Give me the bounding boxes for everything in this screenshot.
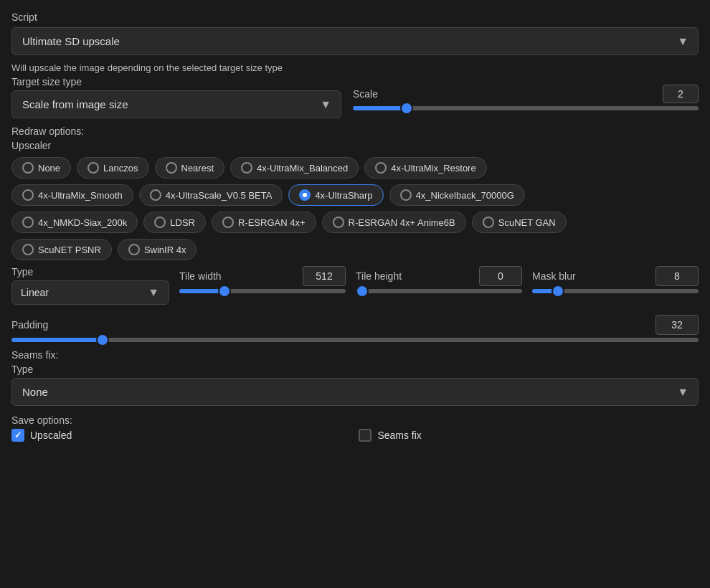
seams-type-dropdown[interactable]: NoneHalf tile offset passHalf tile offse… — [11, 378, 699, 406]
radio-dot-r-esrgan — [222, 217, 234, 228]
mask-blur-label: Mask blur — [532, 270, 576, 282]
tile-height-group: Tile height 0 — [356, 266, 522, 293]
upscaled-label: Upscaled — [30, 430, 72, 441]
upscaler-4x-ultrasharp[interactable]: 4x-UltraSharp — [288, 184, 383, 206]
padding-label: Padding — [11, 319, 48, 331]
script-section: Script Ultimate SD upscaleNoneX/Y/Z plot… — [11, 11, 699, 55]
type-tiles-row: Type LinearChessNone ▼ Tile width 512 Ti… — [11, 266, 699, 305]
seams-fix-checkbox-item[interactable]: Seams fix — [359, 429, 421, 442]
upscaler-4x-nickelback-label: 4x_Nickelback_70000G — [416, 190, 514, 201]
save-options-label: Save options: — [11, 414, 699, 426]
seams-fix-label: Seams fix: — [11, 349, 699, 361]
target-size-dropdown-wrapper: Scale from image sizeCustom sizeScale fr… — [11, 90, 341, 118]
redraw-options-label: Redraw options: — [11, 125, 699, 137]
tile-height-value: 0 — [479, 266, 522, 286]
upscaled-checkbox-item[interactable]: Upscaled — [11, 429, 72, 442]
upscaler-4x-balanced[interactable]: 4x-UltraMix_Balanced — [230, 157, 359, 179]
script-dropdown[interactable]: Ultimate SD upscaleNoneX/Y/Z plot — [11, 27, 699, 55]
scale-value: 2 — [663, 85, 699, 103]
seams-type-dropdown-wrapper: NoneHalf tile offset passHalf tile offse… — [11, 378, 699, 406]
upscaler-4x-ultrasharp-label: 4x-UltraSharp — [315, 190, 372, 201]
scale-group: Scale 2 — [353, 85, 699, 110]
radio-dot-4x-ultrascale — [150, 189, 161, 201]
upscaler-r-esrgan-anime[interactable]: R-ESRGAN 4x+ Anime6B — [322, 212, 466, 233]
upscaler-4x-smooth[interactable]: 4x-UltraMix_Smooth — [11, 184, 133, 206]
upscaler-swinir-4x[interactable]: SwinIR 4x — [118, 239, 197, 260]
radio-dot-lanczos — [87, 162, 99, 174]
upscaler-swinir-4x-label: SwinIR 4x — [144, 245, 186, 255]
padding-slider[interactable] — [11, 338, 699, 342]
upscaler-scunet-psnr[interactable]: ScuNET PSNR — [11, 239, 112, 260]
radio-dot-scunet-psnr — [22, 244, 34, 255]
upscaler-ldsr[interactable]: LDSR — [143, 212, 206, 233]
upscaler-scunet-gan[interactable]: ScuNET GAN — [472, 212, 567, 233]
upscaler-row-3: 4x_NMKD-Siax_200k LDSR R-ESRGAN 4x+ R-ES… — [11, 212, 699, 233]
upscaler-4x-nmkd[interactable]: 4x_NMKD-Siax_200k — [11, 212, 138, 233]
radio-dot-4x-nickelback — [400, 189, 412, 201]
upscaler-none[interactable]: None — [11, 157, 71, 179]
scale-label: Scale — [353, 88, 378, 100]
radio-dot-nearest — [166, 162, 177, 174]
info-text: Will upscale the image depending on the … — [11, 62, 699, 73]
target-size-group: Target size type Scale from image sizeCu… — [11, 76, 341, 118]
upscaler-nearest[interactable]: Nearest — [155, 157, 225, 179]
upscaler-row-2: 4x-UltraMix_Smooth 4x-UltraScale_V0.5 BE… — [11, 184, 699, 206]
upscaler-ldsr-label: LDSR — [170, 217, 195, 228]
seams-fix-checkbox-label: Seams fix — [377, 430, 421, 441]
seams-type-label: Type — [11, 364, 699, 375]
scale-header: Scale 2 — [353, 85, 699, 103]
seams-fix-checkbox — [359, 429, 371, 442]
upscaler-4x-balanced-label: 4x-UltraMix_Balanced — [257, 163, 348, 174]
radio-dot-scunet-gan — [483, 217, 494, 228]
save-options-section: Save options: Upscaled Seams fix — [11, 414, 699, 442]
tile-height-slider[interactable] — [356, 289, 522, 293]
radio-dot-4x-smooth — [22, 189, 34, 201]
upscaler-label: Upscaler — [11, 140, 699, 151]
type-label: Type — [11, 266, 169, 278]
tile-width-header: Tile width 512 — [179, 266, 346, 286]
upscaler-row-1: None Lanczos Nearest 4x-UltraMix_Balance… — [11, 157, 699, 179]
tile-width-value: 512 — [303, 266, 346, 286]
upscaler-4x-nmkd-label: 4x_NMKD-Siax_200k — [38, 217, 127, 228]
upscaler-4x-restore[interactable]: 4x-UltraMix_Restore — [364, 157, 486, 179]
mask-blur-group: Mask blur 8 — [532, 266, 699, 293]
upscaler-none-label: None — [38, 163, 60, 174]
upscaler-r-esrgan-label: R-ESRGAN 4x+ — [238, 217, 306, 228]
tile-height-header: Tile height 0 — [356, 266, 522, 286]
seams-fix-section: Seams fix: Type NoneHalf tile offset pas… — [11, 349, 699, 406]
tile-width-group: Tile width 512 — [179, 266, 346, 293]
mask-blur-value: 8 — [655, 266, 699, 286]
upscaler-nearest-label: Nearest — [181, 163, 214, 174]
upscaler-4x-smooth-label: 4x-UltraMix_Smooth — [38, 190, 123, 201]
radio-dot-4x-restore — [375, 162, 387, 174]
type-group: Type LinearChessNone ▼ — [11, 266, 169, 305]
upscaler-lanczos[interactable]: Lanczos — [77, 157, 148, 179]
padding-group: Padding 32 — [11, 315, 699, 342]
upscaled-checkbox — [11, 429, 24, 442]
radio-dot-ldsr — [154, 217, 166, 228]
upscaler-scunet-psnr-label: ScuNET PSNR — [38, 245, 101, 255]
tile-width-slider[interactable] — [179, 289, 346, 293]
upscaler-4x-nickelback[interactable]: 4x_Nickelback_70000G — [389, 184, 525, 206]
upscaler-scunet-gan-label: ScuNET GAN — [498, 217, 556, 228]
upscaler-lanczos-label: Lanczos — [103, 163, 138, 174]
upscaler-4x-ultrascale[interactable]: 4x-UltraScale_V0.5 BETA — [139, 184, 283, 206]
type-dropdown[interactable]: LinearChessNone — [11, 280, 169, 305]
mask-blur-header: Mask blur 8 — [532, 266, 699, 286]
radio-dot-swinir-4x — [128, 244, 140, 255]
upscaler-r-esrgan[interactable]: R-ESRGAN 4x+ — [212, 212, 316, 233]
target-size-dropdown[interactable]: Scale from image sizeCustom sizeScale fr… — [11, 90, 341, 118]
mask-blur-slider[interactable] — [532, 289, 699, 293]
script-dropdown-wrapper: Ultimate SD upscaleNoneX/Y/Z plot ▼ — [11, 27, 699, 55]
save-options-checkboxes: Upscaled Seams fix — [11, 429, 699, 442]
script-label: Script — [11, 11, 699, 23]
radio-dot-4x-ultrasharp — [299, 189, 311, 201]
type-dropdown-wrapper: LinearChessNone ▼ — [11, 280, 169, 305]
tile-width-label: Tile width — [179, 270, 222, 282]
padding-value: 32 — [655, 315, 699, 335]
target-scale-row: Target size type Scale from image sizeCu… — [11, 76, 699, 118]
target-size-label: Target size type — [11, 76, 341, 87]
scale-slider[interactable] — [353, 106, 699, 110]
radio-dot-4x-nmkd — [22, 217, 34, 228]
padding-header: Padding 32 — [11, 315, 699, 335]
